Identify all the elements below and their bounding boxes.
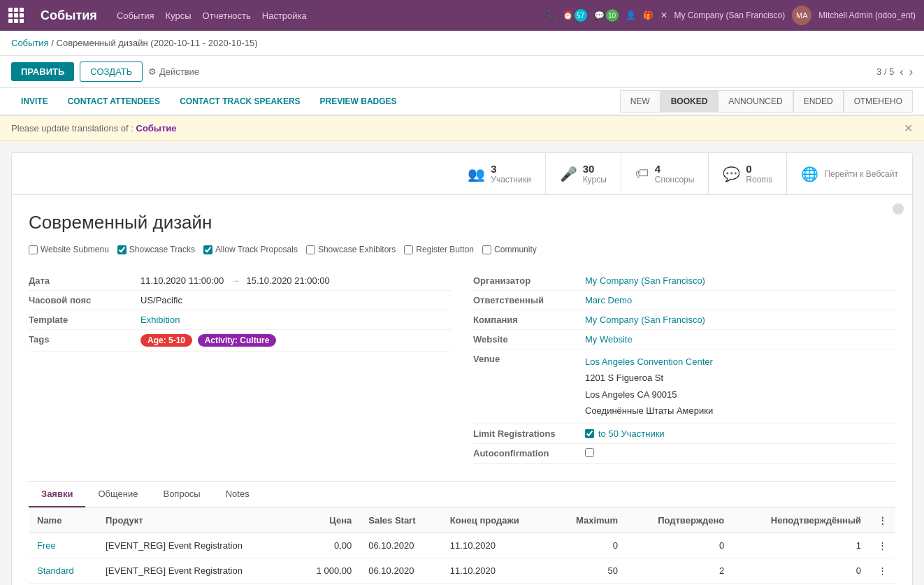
breadcrumb-parent[interactable]: События [11, 38, 49, 48]
toolbar-contact-attendees[interactable]: CONTACT ATTENDEES [58, 88, 170, 116]
website-link[interactable]: My Website [585, 334, 633, 345]
col-unconfirmed: Неподтверждённый [732, 508, 869, 533]
venue-street: 1201 S Figueroa St [585, 370, 895, 386]
row-more-standard[interactable]: ⋮ [869, 558, 895, 583]
toolbar-preview-badges[interactable]: PREVIEW BADGES [310, 88, 407, 116]
field-website: Website My Website [473, 330, 895, 349]
row-confirmed-free: 0 [626, 533, 732, 558]
responsible-link[interactable]: Marc Demo [585, 295, 632, 305]
limit-row: to 50 Участники [585, 428, 895, 439]
venue-address: Los Angeles Convention Center 1201 S Fig… [585, 354, 895, 419]
fields-left: Дата 11.10.2020 11:00:00 → 15.10.2020 21… [29, 271, 451, 464]
menu-item-courses[interactable]: Курсы [166, 10, 192, 21]
status-new[interactable]: NEW [620, 90, 660, 113]
rooms-icon: 💬 [723, 166, 740, 182]
tabs-bar: Заявки Общение Вопросы Notes [29, 481, 895, 508]
row-max-free: 0 [551, 533, 626, 558]
corner-indicator [893, 203, 904, 215]
next-arrow[interactable]: › [909, 66, 913, 78]
row-more-free[interactable]: ⋮ [869, 533, 895, 558]
autoconfirmation-checkbox[interactable] [585, 448, 594, 457]
pagination: 3 / 5 ‹ › [876, 66, 913, 78]
row-name-standard[interactable]: Standard [37, 565, 74, 576]
toolbar-invite[interactable]: INVITE [11, 88, 58, 116]
organizer-link[interactable]: My Company (San Francisco) [585, 275, 705, 286]
venue-name[interactable]: Los Angeles Convention Center [585, 356, 713, 367]
data-table: Name Продукт Цена Sales Start Конец прод… [29, 508, 895, 585]
tab-notes[interactable]: Notes [213, 482, 262, 507]
edit-button[interactable]: ПРАВИТЬ [11, 62, 74, 81]
alert-close-button[interactable]: ✕ [904, 122, 913, 135]
limit-checkbox[interactable] [585, 429, 594, 438]
tag-activity[interactable]: Activity: Culture [198, 334, 277, 347]
stat-rooms[interactable]: 💬 0 Rooms [709, 153, 787, 194]
prev-arrow[interactable]: ‹ [900, 66, 903, 78]
event-fields: Дата 11.10.2020 11:00:00 → 15.10.2020 21… [29, 271, 895, 464]
row-sales-end-free: 11.10.2020 [442, 533, 551, 558]
col-name: Name [29, 508, 97, 533]
menu-item-settings[interactable]: Настройка [262, 10, 307, 21]
apps-menu-icon[interactable] [8, 8, 24, 23]
col-confirmed: Подтверждено [626, 508, 732, 533]
menu-item-reporting[interactable]: Отчетность [203, 10, 251, 21]
sponsors-icon: 🏷 [635, 166, 649, 182]
field-organizer: Организатор My Company (San Francisco) [473, 271, 895, 291]
person-icon: 👤 [626, 10, 636, 20]
create-button[interactable]: СОЗДАТЬ [80, 62, 143, 82]
gift-icon: 🎁 [643, 10, 654, 20]
fields-right: Организатор My Company (San Francisco) О… [473, 271, 895, 464]
checkbox-register-button: Register Button [404, 245, 474, 254]
company-name: My Company (San Francisco) [674, 10, 786, 20]
limit-value[interactable]: to 50 Участники [598, 428, 665, 439]
col-more: ⋮ [869, 508, 895, 533]
breadcrumb-current: Современный дизайн (2020-10-11 - 2020-10… [57, 38, 258, 48]
page-indicator: 3 / 5 [876, 66, 894, 77]
venue-country: Соединённые Штаты Америки [585, 403, 895, 419]
row-confirmed-standard: 2 [626, 558, 732, 583]
field-timezone: Часовой пояс US/Pacific [29, 291, 451, 310]
phone-icon: 📞 [545, 10, 556, 20]
row-sales-start-free: 06.10.2020 [360, 533, 442, 558]
toolbar-contact-speakers[interactable]: CONTACT TRACK SPEAKERS [170, 88, 310, 116]
close-icon[interactable]: ✕ [660, 10, 667, 20]
row-product-free: [EVENT_REG] Event Registration [97, 533, 294, 558]
tab-questions[interactable]: Вопросы [150, 482, 212, 507]
action-button[interactable]: ⚙ Действие [148, 66, 199, 77]
status-cancelled[interactable]: ОТМЕНЕНО [844, 90, 913, 113]
template-link[interactable]: Exhibition [140, 315, 180, 325]
stat-courses[interactable]: 🎤 30 Курсы [546, 153, 621, 194]
field-responsible: Ответственный Marc Demo [473, 291, 895, 310]
row-unconfirmed-standard: 0 [732, 558, 869, 583]
status-booked[interactable]: BOOKED [660, 90, 719, 113]
alert-link[interactable]: Событие [136, 123, 177, 133]
company-link[interactable]: My Company (San Francisco) [585, 315, 705, 325]
stat-sponsors[interactable]: 🏷 4 Спонсоры [621, 153, 709, 194]
alert-bar: Please update translations of : Событие … [0, 116, 924, 141]
col-price: Цена [294, 508, 360, 533]
top-navbar: События События Курсы Отчетность Настрой… [0, 0, 924, 31]
status-announced[interactable]: ANNOUNCED [718, 90, 793, 113]
app-title: События [41, 8, 97, 23]
message-badge[interactable]: 💬 10 [594, 9, 619, 22]
status-buttons: NEW BOOKED ANNOUNCED ENDED ОТМЕНЕНО [620, 90, 913, 113]
row-name-free[interactable]: Free [37, 540, 56, 551]
col-sales-end: Конец продажи [442, 508, 551, 533]
action-bar: ПРАВИТЬ СОЗДАТЬ ⚙ Действие 3 / 5 ‹ › [0, 56, 924, 88]
tab-communication[interactable]: Общение [85, 482, 150, 507]
feature-checkboxes: Website Submenu Showcase Tracks Allow Tr… [29, 245, 895, 254]
courses-icon: 🎤 [560, 166, 577, 182]
website-icon: 🌐 [801, 166, 818, 182]
checkbox-allow-track-proposals: Allow Track Proposals [203, 245, 298, 254]
tab-registrations[interactable]: Заявки [29, 482, 85, 507]
checkbox-community: Community [482, 245, 537, 254]
menu-item-events[interactable]: События [117, 10, 154, 21]
field-tags: Tags Age: 5-10 Activity: Culture [29, 330, 451, 352]
stat-website[interactable]: 🌐 Перейти к Вебсайт [787, 153, 912, 194]
stat-attendees[interactable]: 👥 3 Участники [454, 153, 545, 194]
tag-age[interactable]: Age: 5-10 [140, 334, 192, 347]
event-title: Современный дизайн [29, 212, 895, 233]
status-ended[interactable]: ENDED [793, 90, 844, 113]
clock-badge[interactable]: ⏰ 57 [563, 9, 587, 22]
col-sales-start: Sales Start [360, 508, 442, 533]
checkbox-showcase-tracks: Showcase Tracks [117, 245, 195, 254]
